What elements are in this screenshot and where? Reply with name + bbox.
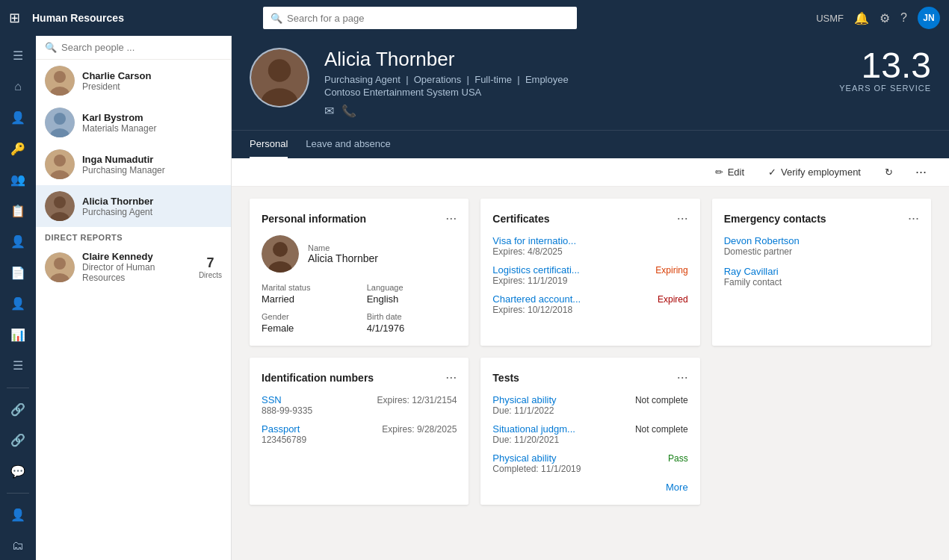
test-status-1: Not complete [635, 424, 688, 435]
person-inga-numadutir[interactable]: Inga Numadutir Purchasing Manager [36, 143, 231, 185]
test-row-0: Physical ability Not complete [492, 394, 687, 405]
id-name-1[interactable]: Passport [262, 423, 300, 435]
employee-type: Employee [525, 74, 569, 85]
people-search-bar[interactable]: 🔍 [36, 36, 231, 60]
tests-card-title: Tests [492, 372, 519, 384]
user-avatar[interactable]: JN [918, 7, 940, 29]
pi-marital-label: Marital status [262, 283, 352, 292]
tests-more-link[interactable]: More [492, 482, 687, 493]
meta-sep1: | [404, 74, 414, 85]
cert-name-0[interactable]: Visa for internatio... [492, 235, 576, 246]
test-name-1[interactable]: Situational judgm... [492, 423, 575, 435]
tab-leave-absence[interactable]: Leave and absence [306, 131, 390, 158]
pi-name-value: Alicia Thornber [308, 252, 378, 264]
cert-name-2[interactable]: Chartered account... [492, 293, 581, 305]
person-alicia-thornber[interactable]: Alicia Thornber Purchasing Agent [36, 185, 231, 227]
person-name-inga: Inga Numadutir [82, 154, 165, 165]
sidebar-person-icon[interactable]: 👤 [3, 104, 33, 132]
edit-button[interactable]: ✏ Edit [709, 164, 750, 181]
test-item-1: Situational judgm... Not complete Due: 1… [492, 423, 687, 445]
settings-icon[interactable]: ⚙ [880, 11, 890, 25]
person-info-alicia: Alicia Thornber Purchasing Agent [82, 196, 153, 217]
avatar-karl-bystrom [45, 108, 75, 137]
sidebar-list-icon[interactable]: ☰ [3, 352, 33, 380]
sidebar-home-icon[interactable]: ⌂ [3, 73, 33, 102]
search-icon: 🔍 [271, 13, 282, 24]
id-name-0[interactable]: SSN [262, 394, 282, 405]
tests-card-header: Tests ··· [492, 370, 687, 385]
profile-info: Alicia Thornber Purchasing Agent | Opera… [324, 48, 824, 118]
person-info-claire: Claire Kennedy Director of Human Resourc… [82, 251, 199, 283]
help-icon[interactable]: ? [900, 11, 907, 25]
id-item-1: Passport Expires: 9/28/2025 123456789 [262, 423, 457, 445]
pi-photo [262, 235, 299, 273]
edit-icon: ✏ [715, 167, 723, 178]
sidebar-icon-panel: ☰ ⌂ 👤 🔑 👥 📋 👤 📄 👤 📊 ☰ 🔗 🔗 💬 👤 🗂 [0, 36, 36, 560]
email-icon[interactable]: ✉ [324, 104, 334, 118]
sidebar-chart-icon[interactable]: 📊 [3, 321, 33, 349]
id-expires-1: Expires: 9/28/2025 [382, 424, 457, 435]
pi-marital-value: Married [262, 293, 352, 305]
people-search-icon: 🔍 [45, 42, 57, 53]
cert-name-1[interactable]: Logistics certificati... [492, 264, 579, 276]
people-search-input[interactable] [61, 42, 222, 53]
sidebar-chat-icon[interactable]: 💬 [3, 457, 33, 485]
cert-item-1: Logistics certificati... Expiring Expire… [492, 264, 687, 286]
test-name-0[interactable]: Physical ability [492, 394, 556, 405]
tab-personal[interactable]: Personal [250, 131, 288, 158]
person-karl-bystrom[interactable]: Karl Bystrom Materials Manager [36, 102, 231, 143]
phone-icon[interactable]: 📞 [341, 104, 356, 118]
ec-rel-0: Domestic partner [724, 246, 919, 257]
test-name-2[interactable]: Physical ability [492, 452, 556, 464]
pi-birthdate: Birth date 4/1/1976 [367, 312, 457, 334]
sidebar-group-icon[interactable]: 👥 [3, 166, 33, 194]
sidebar-doc-icon[interactable]: 📄 [3, 259, 33, 287]
sidebar-person4-icon[interactable]: 👤 [3, 501, 33, 529]
ec-card-menu[interactable]: ··· [908, 211, 919, 226]
direct-report-claire-kennedy[interactable]: Claire Kennedy Director of Human Resourc… [36, 245, 231, 289]
verify-employment-button[interactable]: ✓ Verify employment [762, 164, 867, 181]
pi-gender-value: Female [262, 323, 352, 334]
direct-reports-header: DIRECT REPORTS [36, 227, 231, 245]
dri-left: Claire Kennedy Director of Human Resourc… [45, 251, 199, 283]
pi-language-value: English [367, 293, 457, 305]
avatar-charlie-carson [45, 66, 75, 96]
pi-card-menu[interactable]: ··· [445, 211, 457, 226]
profile-photo [250, 48, 309, 108]
meta-sep3: | [515, 74, 525, 85]
sidebar-divider2 [7, 493, 29, 494]
sidebar-key-icon[interactable]: 🔑 [3, 135, 33, 164]
notification-icon[interactable]: 🔔 [854, 11, 869, 25]
employee-fulltime: Full-time [474, 74, 512, 85]
tests-card: Tests ··· Physical ability Not complete … [480, 358, 699, 505]
ec-name-0[interactable]: Devon Robertson [724, 235, 919, 246]
cert-status-1: Expiring [655, 265, 687, 276]
avatar-alicia-thornber [45, 191, 75, 221]
tests-card-menu[interactable]: ··· [677, 370, 688, 385]
sidebar-link2-icon[interactable]: 🔗 [3, 426, 33, 455]
id-card-title: Identification numbers [262, 372, 374, 384]
person-charlie-carson[interactable]: Charlie Carson President [36, 60, 231, 102]
id-item-0: SSN Expires: 12/31/2154 888-99-9335 [262, 394, 457, 416]
svg-point-19 [273, 242, 288, 257]
person-info-karl: Karl Bystrom Materials Manager [82, 112, 156, 134]
cert-card-menu[interactable]: ··· [677, 211, 688, 226]
refresh-button[interactable]: ↻ [879, 164, 899, 181]
top-search-input[interactable] [287, 13, 569, 24]
sidebar-clipboard-icon[interactable]: 📋 [3, 197, 33, 225]
refresh-icon: ↻ [885, 167, 893, 178]
sidebar-link-icon[interactable]: 🔗 [3, 395, 33, 423]
more-options-button[interactable]: ··· [911, 163, 931, 181]
test-status-0: Not complete [635, 395, 688, 405]
pi-card-header: Personal information ··· [262, 211, 457, 226]
grid-icon[interactable]: ⊞ [9, 10, 20, 26]
sidebar-menu-icon[interactable]: ☰ [3, 42, 33, 70]
person-title-karl: Materials Manager [82, 123, 156, 134]
sidebar-person3-icon[interactable]: 👤 [3, 290, 33, 318]
ec-name-1[interactable]: Ray Cavillari [724, 266, 919, 277]
top-search-bar[interactable]: 🔍 [263, 7, 577, 29]
id-card-menu[interactable]: ··· [445, 370, 457, 385]
sidebar-folder-icon[interactable]: 🗂 [3, 532, 33, 560]
employee-name: Alicia Thornber [324, 48, 824, 71]
sidebar-person2-icon[interactable]: 👤 [3, 228, 33, 256]
